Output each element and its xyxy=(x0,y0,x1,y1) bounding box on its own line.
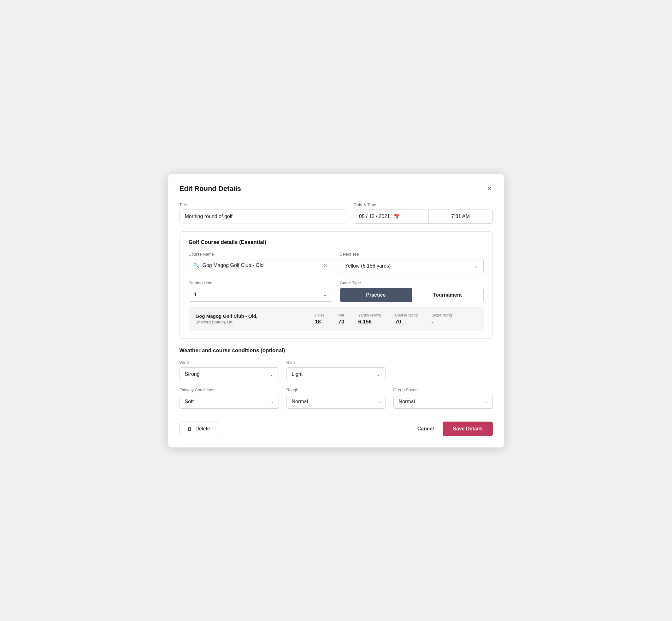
wind-group: Wind Strong ⌄ xyxy=(179,360,279,381)
course-name-input-wrap[interactable]: 🔍 ✕ xyxy=(189,259,333,272)
rain-label: Rain xyxy=(287,360,386,365)
slope-rating-label: Slope rating xyxy=(432,313,452,318)
hole-gametype-row: Starting Hole 1 ⌄ Game Type Practice Tou… xyxy=(189,281,484,302)
course-tee-row: Course Name 🔍 ✕ Select Tee Yellow (6,156… xyxy=(189,252,484,273)
par-value: 70 xyxy=(339,319,344,325)
starting-hole-group: Starting Hole 1 ⌄ xyxy=(189,281,333,302)
save-button[interactable]: Save Details xyxy=(443,422,493,436)
modal-title: Edit Round Details xyxy=(179,184,241,193)
stat-yards: Yards(Yellow) 6,156 xyxy=(351,313,388,325)
yards-value: 6,156 xyxy=(359,319,372,325)
golf-section-title: Golf Course details (Essential) xyxy=(189,239,484,246)
rough-label: Rough xyxy=(287,387,386,392)
chevron-down-icon: ⌄ xyxy=(270,399,274,404)
date-time-inputs: 05 / 12 / 2021 📅 7:31 AM xyxy=(354,210,493,224)
course-info-box: Gog Magog Golf Club - Old, Shelford Bott… xyxy=(189,307,484,331)
cancel-button[interactable]: Cancel xyxy=(415,422,436,436)
wind-dropdown[interactable]: Strong ⌄ xyxy=(179,367,279,381)
title-label: Title xyxy=(179,202,346,207)
calendar-icon: 📅 xyxy=(394,214,400,220)
rain-value: Light xyxy=(292,371,303,377)
tournament-button[interactable]: Tournament xyxy=(412,288,483,302)
title-datetime-row: Title Date & Time 05 / 12 / 2021 📅 7:31 … xyxy=(179,202,493,224)
weather-section-title: Weather and course conditions (optional) xyxy=(179,347,493,354)
search-icon: 🔍 xyxy=(194,262,199,268)
green-speed-group: Green Speed Normal ⌄ xyxy=(393,387,493,409)
delete-label: Delete xyxy=(196,426,210,432)
select-tee-value: Yellow (6,156 yards) xyxy=(345,263,390,269)
game-type-group: Game Type Practice Tournament xyxy=(340,281,484,302)
stat-par: Par 70 xyxy=(332,313,351,325)
footer-divider xyxy=(179,415,493,415)
wind-label: Wind xyxy=(179,360,279,365)
title-input[interactable] xyxy=(179,210,346,223)
rain-group: Rain Light ⌄ xyxy=(287,360,386,381)
course-info-name: Gog Magog Golf Club - Old, Shelford Bott… xyxy=(196,313,308,324)
select-tee-label: Select Tee xyxy=(340,252,484,256)
footer-right-actions: Cancel Save Details xyxy=(415,422,493,436)
starting-hole-value: 1 xyxy=(194,292,197,298)
holes-value: 18 xyxy=(315,319,321,325)
game-type-label: Game Type xyxy=(340,281,484,285)
fairway-label: Fairway Conditions xyxy=(179,387,279,392)
time-input[interactable]: 7:31 AM xyxy=(429,210,493,224)
stat-course-rating: Course rating 70 xyxy=(388,313,425,325)
clear-icon[interactable]: ✕ xyxy=(323,262,328,268)
wind-value: Strong xyxy=(185,371,200,377)
yards-label: Yards(Yellow) xyxy=(359,313,381,318)
weather-section: Weather and course conditions (optional)… xyxy=(179,347,493,409)
golf-course-section: Golf Course details (Essential) Course N… xyxy=(179,231,493,339)
select-tee-dropdown[interactable]: Yellow (6,156 yards) ⌄ xyxy=(340,259,484,273)
fairway-dropdown[interactable]: Soft ⌄ xyxy=(179,395,279,409)
rain-dropdown[interactable]: Light ⌄ xyxy=(287,367,386,381)
chevron-down-icon: ⌄ xyxy=(484,399,488,404)
fairway-value: Soft xyxy=(185,399,194,405)
course-stats: Holes 18 Par 70 Yards(Yellow) 6,156 Cour… xyxy=(308,313,477,325)
trash-icon: 🗑 xyxy=(187,426,193,432)
chevron-down-icon: ⌄ xyxy=(270,372,274,377)
fairway-rough-green-row: Fairway Conditions Soft ⌄ Rough Normal ⌄… xyxy=(179,387,493,409)
game-type-toggle: Practice Tournament xyxy=(340,288,484,302)
course-location: Shelford Bottom, UK xyxy=(196,320,308,324)
wind-rain-row: Wind Strong ⌄ Rain Light ⌄ xyxy=(179,360,493,381)
fairway-group: Fairway Conditions Soft ⌄ xyxy=(179,387,279,409)
chevron-down-icon: ⌄ xyxy=(377,372,380,377)
title-group: Title xyxy=(179,202,346,224)
stat-slope-rating: Slope rating - xyxy=(425,313,459,325)
course-rating-label: Course rating xyxy=(395,313,418,318)
delete-button[interactable]: 🗑 Delete xyxy=(179,422,218,436)
close-button[interactable]: × xyxy=(486,184,493,194)
date-input[interactable]: 05 / 12 / 2021 📅 xyxy=(354,210,429,224)
datetime-group: Date & Time 05 / 12 / 2021 📅 7:31 AM xyxy=(354,202,493,224)
holes-label: Holes xyxy=(315,313,325,318)
chevron-down-icon: ⌄ xyxy=(474,263,478,268)
modal-header: Edit Round Details × xyxy=(179,184,493,194)
starting-hole-dropdown[interactable]: 1 ⌄ xyxy=(189,288,333,302)
course-rating-value: 70 xyxy=(395,319,401,325)
date-value: 05 / 12 / 2021 xyxy=(359,214,390,219)
par-label: Par xyxy=(339,313,344,318)
course-name-group: Course Name 🔍 ✕ xyxy=(189,252,333,273)
rough-dropdown[interactable]: Normal ⌄ xyxy=(287,395,386,409)
modal-footer: 🗑 Delete Cancel Save Details xyxy=(179,422,493,436)
rough-group: Rough Normal ⌄ xyxy=(287,387,386,409)
time-value: 7:31 AM xyxy=(451,214,470,219)
practice-button[interactable]: Practice xyxy=(340,288,412,302)
course-name-input[interactable] xyxy=(203,262,321,268)
course-name-label: Course Name xyxy=(189,252,333,256)
green-speed-label: Green Speed xyxy=(393,387,493,392)
edit-round-modal: Edit Round Details × Title Date & Time 0… xyxy=(168,174,504,448)
datetime-label: Date & Time xyxy=(354,202,493,207)
course-name-display: Gog Magog Golf Club - Old, xyxy=(196,313,308,319)
green-speed-value: Normal xyxy=(399,399,415,405)
slope-rating-value: - xyxy=(432,319,433,325)
chevron-down-icon: ⌄ xyxy=(377,399,380,404)
starting-hole-label: Starting Hole xyxy=(189,281,333,285)
rough-value: Normal xyxy=(292,399,308,405)
select-tee-group: Select Tee Yellow (6,156 yards) ⌄ xyxy=(340,252,484,273)
chevron-down-icon: ⌄ xyxy=(323,292,327,297)
stat-holes: Holes 18 xyxy=(308,313,332,325)
green-speed-dropdown[interactable]: Normal ⌄ xyxy=(393,395,493,409)
